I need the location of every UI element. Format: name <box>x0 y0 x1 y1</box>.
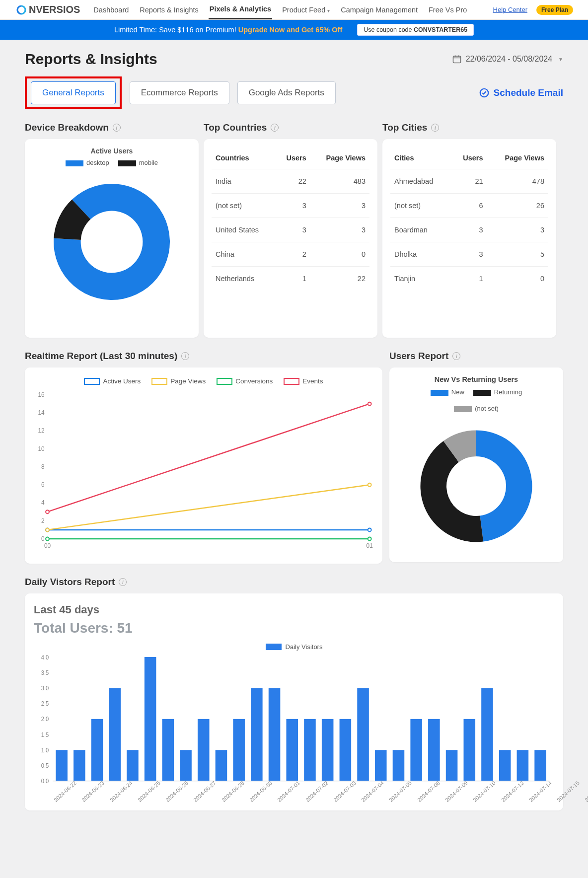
check-circle-icon <box>479 87 490 98</box>
svg-rect-53 <box>446 750 458 781</box>
svg-rect-31 <box>56 750 68 781</box>
svg-rect-48 <box>357 688 369 781</box>
info-icon[interactable]: i <box>181 352 189 360</box>
svg-text:1.5: 1.5 <box>41 731 49 738</box>
top-cities-table: CitiesUsersPage ViewsAhmedabad21478(not … <box>390 147 548 291</box>
coupon-box[interactable]: Use coupon code CONVSTARTER65 <box>357 24 474 36</box>
svg-text:2: 2 <box>41 517 45 524</box>
top-countries-table: CountriesUsersPage ViewsIndia22483(not s… <box>212 147 369 291</box>
promo-banner: Limited Time: Save $116 on Premium! Upgr… <box>0 20 588 40</box>
logo-icon <box>15 5 28 15</box>
info-icon[interactable]: i <box>113 124 121 132</box>
nav-reports-insights[interactable]: Reports & Insights <box>139 1 199 19</box>
info-icon[interactable]: i <box>452 352 460 360</box>
svg-rect-40 <box>216 750 227 781</box>
logo[interactable]: NVERSIOS <box>15 4 80 15</box>
svg-rect-34 <box>109 688 121 781</box>
svg-rect-51 <box>410 719 422 781</box>
promo-text: Limited Time: Save $116 on Premium! Upgr… <box>114 26 342 34</box>
tab-ecommerce-reports[interactable]: Ecommerce Reports <box>130 81 229 104</box>
svg-rect-47 <box>340 719 352 781</box>
svg-text:4.0: 4.0 <box>41 654 49 661</box>
svg-rect-50 <box>393 750 405 781</box>
nav-free-vs-pro[interactable]: Free Vs Pro <box>428 1 468 19</box>
svg-text:2.0: 2.0 <box>41 716 49 723</box>
svg-point-21 <box>368 402 371 406</box>
svg-rect-43 <box>269 688 281 781</box>
info-icon[interactable]: i <box>271 124 279 132</box>
nav-campaign-management[interactable]: Campaign Management <box>340 1 419 19</box>
svg-text:10: 10 <box>38 445 44 452</box>
tab-google-ads-reports[interactable]: Google Ads Reports <box>237 81 336 104</box>
svg-rect-39 <box>198 719 210 781</box>
date-range-picker[interactable]: 22/06/2024 - 05/08/2024 ▼ <box>452 54 563 64</box>
svg-rect-0 <box>453 56 460 63</box>
top-countries-title: Top Countriesi <box>204 122 377 133</box>
info-icon[interactable]: i <box>431 124 439 132</box>
calendar-icon <box>452 54 462 64</box>
device-breakdown-card: Active Users desktop mobile <box>25 139 199 338</box>
top-cities-card: CitiesUsersPage ViewsAhmedabad21478(not … <box>382 139 556 338</box>
svg-text:6: 6 <box>41 482 45 489</box>
svg-rect-42 <box>251 688 263 781</box>
nav-pixels-analytics[interactable]: Pixels & Analytics <box>209 0 272 19</box>
svg-text:01: 01 <box>367 542 373 549</box>
chevron-down-icon: ▼ <box>558 57 563 62</box>
svg-point-20 <box>46 511 49 514</box>
tab-general-reports[interactable]: General Reports <box>31 81 116 104</box>
daily-visitors-card: Last 45 days Total Users: 51 Daily Visit… <box>25 593 563 810</box>
realtime-card: Active UsersPage ViewsConversionsEvents … <box>25 367 382 564</box>
svg-text:0.5: 0.5 <box>41 762 49 770</box>
table-row: Dholka35 <box>390 242 548 267</box>
nav-dashboard[interactable]: Dashboard <box>92 1 130 19</box>
svg-rect-44 <box>286 719 298 781</box>
svg-rect-35 <box>127 750 139 781</box>
table-row: Ahmedabad21478 <box>390 169 548 194</box>
free-plan-badge[interactable]: Free Plan <box>536 5 573 15</box>
svg-text:2.5: 2.5 <box>41 700 49 708</box>
daily-bar-chart: 0.00.51.01.52.02.53.03.54.0 <box>34 654 554 793</box>
svg-text:14: 14 <box>38 410 44 417</box>
top-cities-title: Top Citiesi <box>382 122 556 133</box>
realtime-title: Realtime Report (Last 30 minutes)i <box>25 351 382 362</box>
svg-text:0: 0 <box>41 535 45 542</box>
svg-point-18 <box>46 537 49 541</box>
users-report-card: New Vs Returning Users New Returning (no… <box>389 367 563 562</box>
svg-rect-49 <box>375 750 387 781</box>
svg-rect-37 <box>162 719 174 781</box>
svg-rect-55 <box>481 688 493 781</box>
svg-point-16 <box>46 528 49 532</box>
logo-text: NVERSIOS <box>29 4 80 15</box>
nav-product-feed[interactable]: Product Feed <box>281 1 331 19</box>
svg-rect-57 <box>517 750 529 781</box>
svg-rect-33 <box>91 719 103 781</box>
svg-text:3.0: 3.0 <box>41 685 49 692</box>
users-report-title: Users Reporti <box>389 351 563 362</box>
table-row: (not set)33 <box>212 194 369 218</box>
svg-point-19 <box>368 537 371 541</box>
help-center-link[interactable]: Help Center <box>493 6 527 13</box>
table-row: (not set)626 <box>390 194 548 218</box>
users-donut-chart <box>414 424 538 548</box>
page-title: Reports & Insights <box>25 51 157 68</box>
device-breakdown-title: Device Breakdowni <box>25 122 199 133</box>
svg-rect-46 <box>322 719 334 781</box>
svg-text:12: 12 <box>38 428 44 435</box>
svg-text:0.0: 0.0 <box>41 778 49 785</box>
svg-text:8: 8 <box>41 463 45 470</box>
svg-rect-52 <box>428 719 440 781</box>
svg-text:00: 00 <box>44 542 51 549</box>
svg-rect-56 <box>499 750 511 781</box>
realtime-line-chart: 02468101214160001 <box>33 390 374 554</box>
svg-text:16: 16 <box>38 391 44 398</box>
nav-menu: DashboardReports & InsightsPixels & Anal… <box>92 0 468 19</box>
table-row: Netherlands122 <box>212 267 369 291</box>
svg-rect-58 <box>534 750 546 781</box>
info-icon[interactable]: i <box>119 578 127 586</box>
table-row: China20 <box>212 242 369 267</box>
schedule-email-button[interactable]: Schedule Email <box>479 87 563 98</box>
table-row: Tianjin10 <box>390 267 548 291</box>
daily-visitors-title: Daily Vistors Reporti <box>25 577 563 587</box>
svg-text:1.0: 1.0 <box>41 747 49 754</box>
top-navbar: NVERSIOS DashboardReports & InsightsPixe… <box>0 0 588 20</box>
